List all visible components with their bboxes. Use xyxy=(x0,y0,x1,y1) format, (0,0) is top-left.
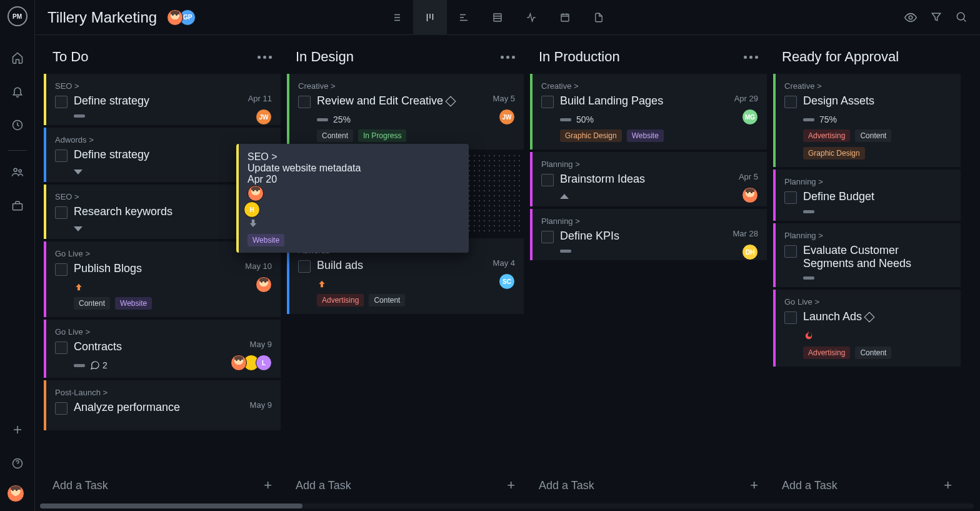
tag[interactable]: Content xyxy=(317,129,353,142)
add-task-button[interactable]: Add a Task+ xyxy=(287,468,524,502)
task-title: Design Assets xyxy=(803,94,952,108)
avatar[interactable]: SC xyxy=(499,273,515,290)
dragging-card[interactable]: SEO > Update website metadata Apr 20 H W… xyxy=(236,144,469,253)
task-checkbox[interactable] xyxy=(298,260,311,273)
task-card[interactable]: Go Live >Launch AdsAdvertisingContent xyxy=(773,290,961,367)
tag[interactable]: Website xyxy=(115,297,152,310)
card-category: Creative > xyxy=(784,81,952,91)
task-checkbox[interactable] xyxy=(541,174,554,186)
column-menu-icon[interactable] xyxy=(744,56,758,59)
tag[interactable]: Advertising xyxy=(803,347,850,359)
user-avatar[interactable] xyxy=(7,485,24,502)
kanban-board: To DoSEO >Define strategyApr 11JWAdwords… xyxy=(35,35,980,511)
tag[interactable]: In Progress xyxy=(358,129,406,142)
task-checkbox[interactable] xyxy=(55,402,68,415)
task-card[interactable]: Planning >Evaluate Customer Segments and… xyxy=(773,223,961,287)
search-icon[interactable] xyxy=(955,11,968,24)
clock-icon[interactable] xyxy=(5,113,30,138)
avatar[interactable] xyxy=(231,355,247,371)
eye-icon[interactable] xyxy=(904,11,918,24)
avatar[interactable]: DH xyxy=(742,244,758,260)
task-card[interactable]: Planning >Brainstorm IdeasApr 5 xyxy=(530,152,767,206)
plus-icon[interactable] xyxy=(5,417,30,442)
add-task-label: Add a Task xyxy=(782,479,838,492)
task-checkbox[interactable] xyxy=(55,263,68,276)
svg-rect-5 xyxy=(494,14,501,21)
list-view-icon[interactable] xyxy=(379,0,413,35)
avatar[interactable] xyxy=(256,276,272,293)
task-meta xyxy=(560,250,758,253)
avatar[interactable] xyxy=(167,9,183,26)
task-card[interactable]: Post-Launch >Analyze performanceMay 9 xyxy=(44,380,281,430)
gantt-view-icon[interactable] xyxy=(447,0,481,35)
task-card[interactable]: Creative >Review and Edit CreativeMay 5J… xyxy=(287,74,524,149)
tag[interactable]: Content xyxy=(369,294,405,306)
briefcase-icon[interactable] xyxy=(5,193,30,218)
column-body: SEO >Define strategyApr 11JWAdwords >Def… xyxy=(44,74,281,468)
task-checkbox[interactable] xyxy=(541,231,554,243)
task-card[interactable]: Creative >Build Landing PagesApr 29MG50%… xyxy=(530,74,767,149)
add-task-button[interactable]: Add a Task+ xyxy=(44,468,281,502)
task-checkbox[interactable] xyxy=(55,342,68,354)
task-checkbox[interactable] xyxy=(541,96,554,108)
task-checkbox[interactable] xyxy=(55,96,68,108)
task-checkbox[interactable] xyxy=(298,96,311,108)
task-card[interactable]: SEO >Define strategyApr 11JW xyxy=(44,74,281,125)
task-checkbox[interactable] xyxy=(784,245,797,258)
board-view-icon[interactable] xyxy=(413,0,447,35)
tag[interactable]: Graphic Design xyxy=(560,129,622,142)
avatar[interactable]: H xyxy=(244,201,260,218)
filter-icon[interactable] xyxy=(930,11,942,24)
add-task-button[interactable]: Add a Task+ xyxy=(773,468,961,502)
task-card[interactable]: Go Live >ContractsMay 9L2 xyxy=(44,320,281,378)
tag[interactable]: Graphic Design xyxy=(803,147,865,159)
avatar[interactable]: JW xyxy=(256,109,272,125)
avatar[interactable]: L xyxy=(256,355,272,371)
tag[interactable]: Content xyxy=(855,347,891,359)
task-date: May 10 xyxy=(245,261,272,271)
progress-bar xyxy=(803,118,814,121)
files-view-icon[interactable] xyxy=(582,0,616,35)
progress-percent: 75% xyxy=(819,114,837,124)
comments-count[interactable]: 2 xyxy=(90,360,108,370)
tag[interactable]: Advertising xyxy=(803,129,850,142)
project-members[interactable]: GP xyxy=(167,9,196,26)
column-title: In Design xyxy=(296,49,354,65)
tag[interactable]: Website xyxy=(627,129,664,142)
people-icon[interactable] xyxy=(5,159,30,185)
task-card[interactable]: Planning >Define KPIsMar 28DH xyxy=(530,209,767,260)
home-icon[interactable] xyxy=(5,45,30,70)
task-checkbox[interactable] xyxy=(55,149,68,162)
avatar[interactable]: JW xyxy=(499,109,515,125)
task-card[interactable]: Go Live >Publish BlogsMay 10ContentWebsi… xyxy=(44,241,281,317)
activity-view-icon[interactable] xyxy=(514,0,548,35)
task-checkbox[interactable] xyxy=(784,311,797,324)
calendar-view-icon[interactable] xyxy=(548,0,582,35)
help-icon[interactable] xyxy=(5,451,30,476)
svg-rect-3 xyxy=(12,204,22,210)
task-card[interactable]: Planning >Define Budget xyxy=(773,169,961,221)
task-avatars: DH xyxy=(742,244,758,260)
card-category: Creative > xyxy=(541,81,758,91)
add-task-button[interactable]: Add a Task+ xyxy=(530,468,767,502)
task-title: Build ads xyxy=(317,259,515,272)
horizontal-scrollbar[interactable] xyxy=(40,503,974,508)
table-view-icon[interactable] xyxy=(481,0,514,35)
task-avatars: SC xyxy=(499,273,515,290)
column-header: Ready for Approval xyxy=(773,44,961,74)
tag[interactable]: Advertising xyxy=(317,294,364,306)
task-checkbox[interactable] xyxy=(55,206,68,219)
app-logo[interactable]: PM xyxy=(8,6,28,26)
tag[interactable]: Content xyxy=(855,129,891,142)
bell-icon[interactable] xyxy=(5,79,30,104)
avatar[interactable] xyxy=(742,187,758,203)
task-date: May 9 xyxy=(250,340,272,349)
avatar[interactable]: MG xyxy=(742,109,758,125)
tag[interactable]: Content xyxy=(74,297,110,310)
task-card[interactable]: Creative >Design Assets75%AdvertisingCon… xyxy=(773,74,961,167)
column-menu-icon[interactable] xyxy=(258,56,272,59)
avatar[interactable] xyxy=(248,185,264,201)
column-menu-icon[interactable] xyxy=(501,56,515,59)
task-checkbox[interactable] xyxy=(784,96,797,108)
task-checkbox[interactable] xyxy=(784,191,797,204)
